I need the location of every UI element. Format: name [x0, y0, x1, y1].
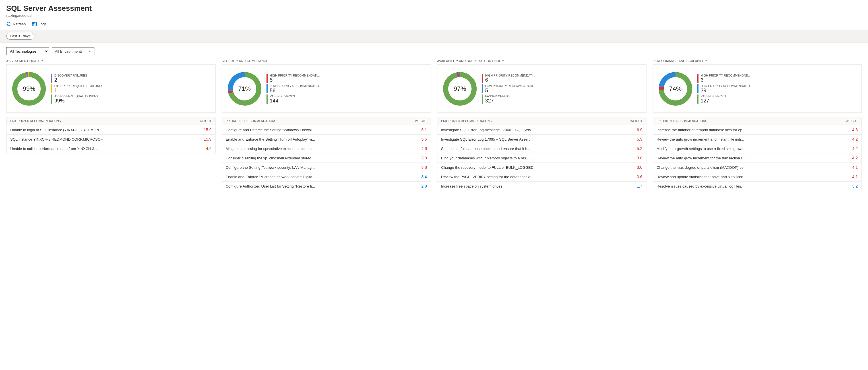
section-title: ASSESSMENT QUALITY	[6, 59, 216, 63]
recommendation-text: Review the PAGE_VERIFY setting for the d…	[441, 175, 629, 179]
recommendation-row[interactable]: Enable and Enforce the Setting "Turn off…	[222, 135, 431, 144]
legend-value: 99%	[54, 98, 211, 104]
recommendation-row[interactable]: Increase free space on system drives 1.7	[437, 181, 646, 191]
filter-controls: All Technologies All Environments ▼	[0, 43, 868, 57]
recommendations-table: PRIORITIZED RECOMMENDATIONS WEIGHT Incre…	[653, 117, 862, 191]
legend-value: 6	[701, 77, 858, 83]
recommendation-row[interactable]: Investigate SQL Error Log message 17066 …	[437, 125, 646, 135]
recommendation-text: Investigate SQL Error Log message 17066 …	[441, 128, 629, 132]
recommendation-text: Mitigations missing for speculative exec…	[226, 147, 414, 151]
legend-value: 327	[485, 98, 642, 104]
filter-bar: Last 31 days	[0, 30, 868, 43]
legend-item: HIGH PRIORITY RECOMMENDATI... 6	[482, 74, 642, 83]
recommendation-row[interactable]: Review and update statistics that have h…	[653, 172, 862, 181]
summary-card: 97% HIGH PRIORITY RECOMMENDATI... 6 LOW …	[437, 64, 646, 113]
recommendation-row[interactable]: Investigate SQL Error Log 17065 – SQL Se…	[437, 135, 646, 144]
legend-item: PASSED CHECKS 327	[482, 94, 642, 104]
recommendation-row[interactable]: Consider disabling the xp_cmdshell exten…	[222, 153, 431, 163]
recommendation-row[interactable]: Review the PAGE_VERIFY setting for the d…	[437, 172, 646, 181]
recommendation-row[interactable]: Configure the Setting "Network security:…	[222, 163, 431, 172]
legend-label: ASSESSMENT QUALITY INDEX	[54, 94, 211, 98]
section-title: PERFORMANCE AND SCALABILITY	[653, 59, 862, 63]
recommendation-row[interactable]: Schedule a full database backup and ensu…	[437, 144, 646, 153]
recommendation-weight: 6.1	[417, 127, 427, 132]
recommendation-row[interactable]: Configure Authorized User List for Setti…	[222, 181, 431, 191]
recommendation-weight: 4.2	[847, 137, 858, 141]
legend-label: OTHER PREREQUISITE FAILURES	[54, 84, 211, 88]
dashboard-column: ASSESSMENT QUALITY 99% DISCOVERY FAILURE…	[6, 59, 216, 153]
col-weight: WEIGHT	[630, 119, 643, 123]
recommendation-row[interactable]: Resolve issues caused by excessive virtu…	[653, 181, 862, 191]
legend: HIGH PRIORITY RECOMMENDATI... 6 LOW PRIO…	[698, 74, 858, 104]
page-header: SQL Server Assessment naxingarceetest	[0, 0, 868, 19]
legend-label: HIGH PRIORITY RECOMMENDATI...	[270, 74, 427, 77]
donut-center-value: 99%	[10, 70, 48, 107]
donut-chart: 71%	[226, 70, 263, 107]
recommendation-weight: 4.6	[417, 146, 427, 151]
recommendation-row[interactable]: Enable and Enforce "Microsoft network se…	[222, 172, 431, 181]
recommendation-row[interactable]: Modify auto-growth settings to use a fix…	[653, 144, 862, 153]
recommendation-row[interactable]: Bind your databases with InMemory object…	[437, 153, 646, 163]
recommendation-weight: 4.2	[847, 156, 858, 160]
recommendation-weight: 3.9	[417, 156, 427, 160]
recommendation-text: Modify auto-growth settings to use a fix…	[657, 147, 845, 151]
recommendation-text: Review the auto grow increment and insta…	[657, 137, 845, 141]
summary-card: 99% DISCOVERY FAILURES 2 OTHER PREREQUIS…	[6, 64, 216, 113]
col-recommendations: PRIORITIZED RECOMMENDATIONS	[657, 119, 707, 123]
recommendation-row[interactable]: Change the recovery model to FULL or BUL…	[437, 163, 646, 172]
table-header: PRIORITIZED RECOMMENDATIONS WEIGHT	[653, 117, 862, 125]
logs-label: Logs	[39, 22, 46, 26]
legend-label: HIGH PRIORITY RECOMMENDATI...	[485, 74, 642, 77]
recommendation-weight: 4.2	[847, 146, 858, 151]
refresh-icon	[6, 22, 11, 26]
logs-icon	[32, 22, 37, 26]
recommendation-row[interactable]: Increase the number of tempdb database f…	[653, 125, 862, 135]
legend-item: LOW PRIORITY RECOMMENDATIO... 39	[698, 84, 858, 94]
recommendation-row[interactable]: Change the max degree of parallelism (MA…	[653, 163, 862, 172]
legend-item: LOW PRIORITY RECOMMENDATIO... 56	[267, 84, 427, 94]
technologies-dropdown[interactable]: All Technologies	[6, 47, 49, 55]
donut-chart: 97%	[441, 70, 478, 107]
recommendation-weight: 4.1	[847, 165, 858, 170]
recommendation-row[interactable]: Review the auto grow increment for the t…	[653, 153, 862, 163]
col-weight: WEIGHT	[200, 119, 212, 123]
recommendation-row[interactable]: Configure and Enforce the Setting "Windo…	[222, 125, 431, 135]
recommendation-row[interactable]: Unable to collect performance data from …	[6, 144, 215, 153]
dashboard-column: PERFORMANCE AND SCALABILITY 74% HIGH PRI…	[653, 59, 862, 191]
recommendation-row[interactable]: Unable to login to SQL instance (YINXCH-…	[6, 125, 215, 135]
logs-button[interactable]: Logs	[32, 22, 46, 26]
donut-center-value: 97%	[441, 70, 478, 107]
recommendation-text: Change the max degree of parallelism (MA…	[657, 165, 845, 170]
dashboard-column: SECURITY AND COMPLIANCE 71% HIGH PRIORIT…	[222, 59, 431, 191]
recommendations-table: PRIORITIZED RECOMMENDATIONS WEIGHT Inves…	[437, 117, 646, 191]
legend-label: LOW PRIORITY RECOMMENDATIO...	[701, 84, 858, 88]
recommendation-row[interactable]: Mitigations missing for speculative exec…	[222, 144, 431, 153]
recommendation-weight: 3.6	[632, 165, 643, 170]
time-range-pill[interactable]: Last 31 days	[6, 33, 34, 39]
refresh-button[interactable]: Refresh	[6, 22, 26, 26]
recommendation-text: Unable to login to SQL instance (YINXCH-…	[10, 128, 198, 132]
table-header: PRIORITIZED RECOMMENDATIONS WEIGHT	[437, 117, 646, 125]
recommendation-weight: 15.9	[202, 137, 212, 141]
chevron-down-icon: ▼	[88, 50, 91, 53]
legend-value: 56	[270, 88, 427, 94]
recommendation-weight: 4.1	[847, 174, 858, 179]
environments-dropdown[interactable]: All Environments ▼	[52, 47, 94, 55]
recommendations-table: PRIORITIZED RECOMMENDATIONS WEIGHT Unabl…	[6, 117, 216, 153]
legend: HIGH PRIORITY RECOMMENDATI... 6 LOW PRIO…	[482, 74, 642, 104]
donut-center-value: 71%	[226, 70, 263, 107]
col-weight: WEIGHT	[415, 119, 427, 123]
recommendation-row[interactable]: SQL instance YINXCH-3.REDMOND.CORP.MICRO…	[6, 135, 215, 144]
legend-label: PASSED CHECKS	[485, 94, 642, 98]
donut-center-value: 74%	[657, 70, 694, 107]
recommendation-row[interactable]: Review the auto grow increment and insta…	[653, 135, 862, 144]
table-header: PRIORITIZED RECOMMENDATIONS WEIGHT	[222, 117, 431, 125]
legend-value: 5	[270, 77, 427, 83]
page-title: SQL Server Assessment	[6, 4, 862, 13]
table-header: PRIORITIZED RECOMMENDATIONS WEIGHT	[6, 117, 215, 125]
legend-item: OTHER PREREQUISITE FAILURES 1	[51, 84, 211, 94]
environments-value: All Environments	[55, 49, 83, 54]
legend-label: DISCOVERY FAILURES	[54, 74, 211, 77]
svg-rect-0	[32, 25, 33, 26]
legend-label: HIGH PRIORITY RECOMMENDATI...	[701, 74, 858, 77]
